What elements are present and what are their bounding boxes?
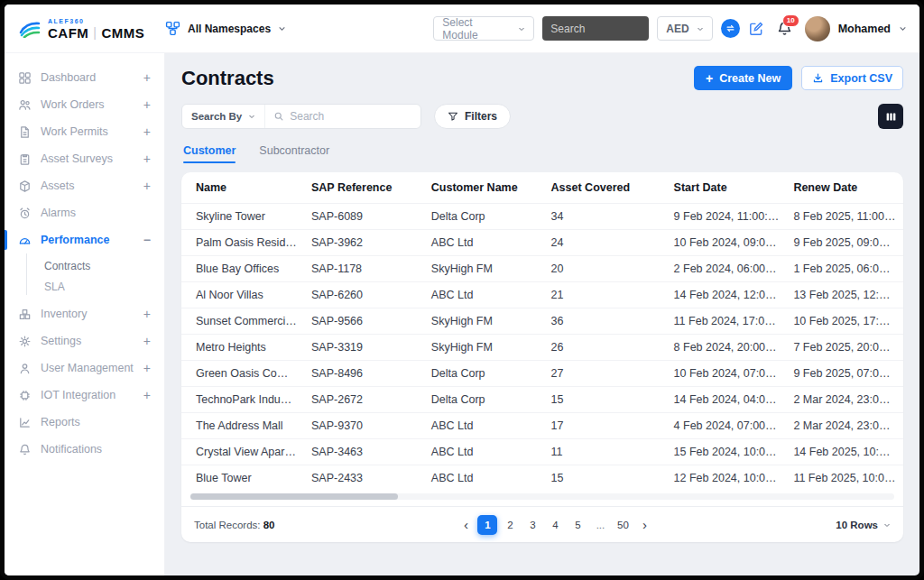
global-search-input[interactable]	[542, 16, 649, 41]
expand-toggle[interactable]: +	[143, 70, 151, 85]
export-csv-button[interactable]: Export CSV	[801, 66, 903, 90]
sidebar-item-user-management[interactable]: User Management +	[5, 354, 164, 382]
table-row[interactable]: Blue Tower SAP-2433 ABC Ltd 15 12 Feb 20…	[181, 465, 903, 492]
table-row[interactable]: Al Noor Villas SAP-6260 ABC Ltd 21 14 Fe…	[181, 282, 903, 308]
cell-start-date: 12 Feb 2024, 10:00:00	[667, 465, 787, 492]
sidebar-subitem-contracts[interactable]: Contracts	[5, 255, 164, 276]
sidebar: Dashboard + Work Orders + Work Permits	[5, 53, 165, 575]
expand-toggle[interactable]: +	[143, 97, 151, 112]
exchange-icon[interactable]	[721, 19, 740, 38]
table-row[interactable]: Skyline Tower SAP-6089 Delta Corp 34 9 F…	[181, 204, 903, 230]
settings-gear-icon	[18, 335, 32, 348]
sidebar-item-work-permits[interactable]: Work Permits +	[5, 118, 164, 145]
namespace-selector[interactable]: All Namespaces	[165, 21, 286, 36]
sidebar-item-reports[interactable]: Reports	[5, 409, 164, 436]
chevron-down-icon	[697, 25, 704, 32]
sidebar-item-label: IOT Integration	[41, 389, 134, 401]
column-header-name: Name	[181, 172, 304, 204]
expand-toggle[interactable]: +	[143, 388, 151, 402]
cell-sap-reference: SAP-9566	[304, 308, 424, 335]
compose-icon[interactable]	[748, 21, 764, 37]
chevron-down-icon	[248, 113, 255, 120]
cell-sap-reference: SAP-6260	[304, 282, 424, 308]
cell-customer-name: SkyHigh FM	[424, 335, 544, 361]
chevron-down-icon[interactable]	[899, 24, 907, 32]
chevron-down-icon	[278, 24, 286, 32]
table-row[interactable]: Green Oasis Compound SAP-8496 Delta Corp…	[181, 361, 903, 387]
sidebar-item-inventory[interactable]: Inventory +	[5, 300, 164, 327]
table-search	[264, 105, 420, 128]
expand-toggle[interactable]: +	[143, 307, 151, 321]
page-button-1[interactable]: 1	[477, 515, 497, 535]
page-button-4[interactable]: 4	[545, 515, 565, 535]
cell-name: Metro Heights	[181, 335, 304, 361]
sidebar-item-alarms[interactable]: Alarms	[5, 199, 164, 226]
cell-sap-reference: SAP-2672	[304, 387, 424, 413]
bell-icon	[18, 443, 32, 456]
app-window: ALEF360 CAFM | CMMS All Namespaces	[0, 0, 924, 580]
expand-toggle[interactable]: +	[143, 179, 151, 193]
cell-customer-name: ABC Ltd	[424, 465, 544, 492]
expand-toggle[interactable]: +	[143, 124, 151, 139]
table-row[interactable]: Palm Oasis Residences SAP-3962 ABC Ltd 2…	[181, 230, 903, 256]
page-button-2[interactable]: 2	[500, 515, 520, 535]
notifications-bell[interactable]: 10	[776, 20, 793, 37]
filters-button[interactable]: Filters	[434, 104, 511, 129]
sidebar-item-performance[interactable]: Performance −	[5, 226, 164, 253]
rows-per-page-select[interactable]: 10 Rows	[836, 520, 891, 530]
column-header-sap-reference: SAP Reference	[304, 172, 424, 204]
global-search	[542, 16, 649, 41]
horizontal-scrollbar[interactable]	[190, 493, 894, 500]
cell-asset-covered: 26	[544, 335, 667, 361]
table-row[interactable]: Metro Heights SAP-3319 SkyHigh FM 26 8 F…	[181, 335, 903, 361]
tab-subcontractor[interactable]: Subcontractor	[259, 144, 329, 163]
sidebar-subitem-sla[interactable]: SLA	[5, 276, 164, 297]
sidebar-item-dashboard[interactable]: Dashboard +	[5, 64, 164, 91]
column-settings-button[interactable]	[878, 104, 903, 129]
table-row[interactable]: Blue Bay Offices SAP-1178 SkyHigh FM 20 …	[181, 256, 903, 282]
user-menu[interactable]: Mohamed	[838, 23, 891, 35]
cell-renew-date: 1 Feb 2025, 06:00:00	[786, 256, 903, 282]
cell-customer-name: SkyHigh FM	[424, 256, 544, 282]
main-content: Contracts + Create New Export CSV	[165, 53, 919, 575]
sidebar-item-label: Work Orders	[41, 98, 134, 111]
table-search-input[interactable]	[290, 110, 412, 123]
expand-toggle[interactable]: +	[143, 361, 151, 375]
cell-renew-date: 2 Mar 2024, 23:06:23	[786, 413, 903, 439]
notification-badge: 10	[782, 14, 799, 27]
cell-sap-reference: SAP-3962	[304, 230, 424, 256]
collapse-toggle[interactable]: −	[143, 233, 151, 247]
table-row[interactable]: Crystal View Apartments SAP-3463 ABC Ltd…	[181, 439, 903, 465]
table-row[interactable]: Sunset Commercial Plaza SAP-9566 SkyHigh…	[181, 308, 903, 335]
column-header-renew-date: Renew Date	[786, 172, 903, 204]
table-row[interactable]: The Address Mall SAP-9370 ABC Ltd 17 4 F…	[181, 413, 903, 439]
cell-customer-name: ABC Ltd	[424, 439, 544, 465]
table-row[interactable]: TechnoPark Industrial SAP-2672 Delta Cor…	[181, 387, 903, 413]
sidebar-item-work-orders[interactable]: Work Orders +	[5, 91, 164, 118]
module-select[interactable]: Select Module	[433, 16, 534, 41]
user-avatar[interactable]	[805, 16, 830, 41]
expand-toggle[interactable]: +	[143, 334, 151, 348]
pagination-prev[interactable]: ‹	[457, 515, 475, 535]
sidebar-item-asset-surveys[interactable]: Asset Surveys +	[5, 145, 164, 172]
contracts-table: Name SAP Reference Customer Name Asset C…	[181, 172, 903, 491]
currency-select[interactable]: AED	[657, 16, 712, 41]
scrollbar-thumb[interactable]	[190, 493, 398, 500]
expand-toggle[interactable]: +	[143, 152, 151, 166]
table-toolbar: Search By	[181, 104, 903, 129]
sidebar-item-iot-integration[interactable]: IOT Integration +	[5, 382, 164, 409]
sidebar-item-settings[interactable]: Settings +	[5, 327, 164, 354]
cell-customer-name: Delta Corp	[424, 361, 544, 387]
pagination-next[interactable]: ›	[635, 515, 653, 535]
create-new-button[interactable]: + Create New	[694, 66, 792, 90]
cell-name: Blue Bay Offices	[181, 256, 304, 282]
page-button-50[interactable]: 50	[613, 515, 633, 535]
sidebar-item-notifications[interactable]: Notifications	[5, 436, 164, 463]
sidebar-item-label: Notifications	[41, 443, 151, 456]
sidebar-item-assets[interactable]: Assets +	[5, 172, 164, 199]
tab-customer[interactable]: Customer	[183, 144, 236, 163]
page-button-5[interactable]: 5	[568, 515, 587, 535]
sidebar-item-label: Dashboard	[41, 71, 134, 84]
page-button-3[interactable]: 3	[522, 515, 542, 535]
search-by-select[interactable]: Search By	[182, 105, 264, 128]
